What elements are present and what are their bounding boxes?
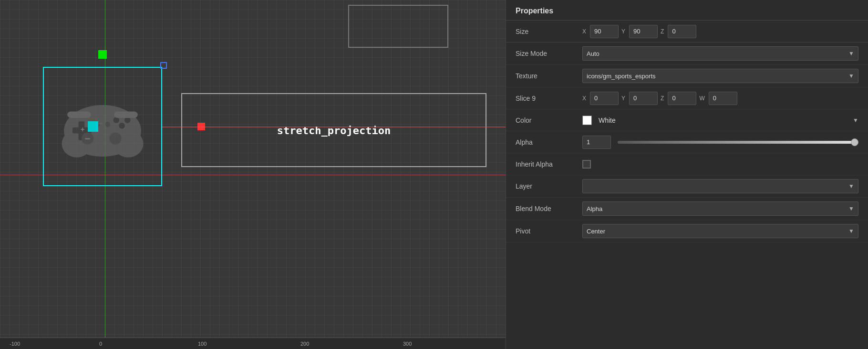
ruler-label-neg100: -100 <box>10 341 20 347</box>
size-mode-row: Size Mode Auto ▼ <box>506 42 868 65</box>
slice9-z-label: Z <box>661 95 664 102</box>
slice9-z-input[interactable] <box>668 92 696 105</box>
alpha-slider[interactable] <box>618 141 855 144</box>
slice9-x-label: X <box>582 95 586 102</box>
pivot-dropdown-text: Center <box>587 228 605 235</box>
blend-mode-arrow: ▼ <box>848 205 854 212</box>
properties-panel: Properties Size X Y Z Size Mode Auto ▼ T… <box>506 0 868 349</box>
handle-blue-topright[interactable] <box>160 62 167 69</box>
pivot-arrow: ▼ <box>848 228 854 234</box>
y-axis-label: Y <box>621 28 625 35</box>
ruler-label-300: 300 <box>403 341 412 347</box>
blend-mode-value: Alpha ▼ <box>582 201 858 216</box>
sprite-selection-box <box>43 67 162 186</box>
stretch-projection-label: stretch_projection <box>277 124 391 136</box>
size-z-input[interactable] <box>668 25 696 38</box>
inherit-alpha-label: Inherit Alpha <box>516 160 582 168</box>
canvas-area[interactable]: stretch_projection + <box>0 0 506 349</box>
layer-row: Layer ▼ <box>506 175 868 198</box>
z-axis-label: Z <box>661 28 664 35</box>
color-value: White ▼ <box>582 116 858 125</box>
size-mode-arrow: ▼ <box>848 50 854 57</box>
inherit-alpha-value <box>582 160 858 169</box>
ruler-label-100: 100 <box>198 341 207 347</box>
pivot-value: Center ▼ <box>582 224 858 238</box>
top-rect <box>348 5 448 48</box>
texture-row: Texture icons/gm_sports_esports ▼ <box>506 65 868 87</box>
size-mode-dropdown[interactable]: Auto ▼ <box>582 46 858 61</box>
slice9-row: Slice 9 X Y Z W <box>506 87 868 109</box>
color-name: White <box>599 116 850 124</box>
layer-arrow: ▼ <box>848 183 854 190</box>
size-mode-label: Size Mode <box>516 50 582 57</box>
ruler-bottom: -100 0 100 200 300 <box>0 338 506 349</box>
pivot-row: Pivot Center ▼ <box>506 220 868 243</box>
slice9-value: X Y Z W <box>582 92 858 105</box>
red-axis-line <box>162 127 506 127</box>
color-dropdown-arrow: ▼ <box>853 117 858 124</box>
texture-value: icons/gm_sports_esports ▼ <box>582 69 858 83</box>
slice9-y-input[interactable] <box>629 92 658 105</box>
size-y-input[interactable] <box>629 25 658 38</box>
alpha-value <box>582 136 858 149</box>
slice9-label: Slice 9 <box>516 95 582 102</box>
slice9-w-input[interactable] <box>709 92 737 105</box>
slice9-y-label: Y <box>621 95 625 102</box>
pivot-dropdown[interactable]: Center ▼ <box>582 224 858 238</box>
blend-mode-dropdown-text: Alpha <box>587 205 602 212</box>
layer-label: Layer <box>516 182 582 190</box>
color-swatch[interactable] <box>582 116 592 125</box>
size-mode-value: Auto ▼ <box>582 46 858 61</box>
inherit-alpha-checkbox[interactable] <box>582 160 591 169</box>
inherit-alpha-row: Inherit Alpha <box>506 153 868 175</box>
alpha-slider-thumb[interactable] <box>851 138 858 146</box>
size-mode-dropdown-text: Auto <box>587 50 599 57</box>
layer-value: ▼ <box>582 179 858 193</box>
alpha-input[interactable] <box>582 136 611 149</box>
x-axis-label: X <box>582 28 586 35</box>
texture-label: Texture <box>516 72 582 80</box>
texture-arrow: ▼ <box>848 73 854 79</box>
size-x-input[interactable] <box>590 25 619 38</box>
texture-dropdown-text: icons/gm_sports_esports <box>587 73 656 80</box>
size-row: Size X Y Z <box>506 21 868 42</box>
size-value: X Y Z <box>582 25 858 38</box>
blend-mode-row: Blend Mode Alpha ▼ <box>506 198 868 220</box>
alpha-label: Alpha <box>516 138 582 146</box>
layer-dropdown[interactable]: ▼ <box>582 179 858 193</box>
ruler-label-0: 0 <box>99 341 102 347</box>
handle-green-top[interactable] <box>98 50 107 59</box>
pivot-label: Pivot <box>516 227 582 235</box>
stretch-projection-box: stretch_projection <box>181 93 486 167</box>
panel-title: Properties <box>506 0 868 21</box>
blend-mode-label: Blend Mode <box>516 205 582 212</box>
handle-cyan-center[interactable] <box>88 121 98 132</box>
sprite-node[interactable]: + <box>43 67 162 186</box>
texture-dropdown[interactable]: icons/gm_sports_esports ▼ <box>582 69 858 83</box>
color-label: Color <box>516 116 582 124</box>
slice9-x-input[interactable] <box>590 92 619 105</box>
slice9-w-label: W <box>699 95 704 102</box>
alpha-row: Alpha <box>506 131 868 153</box>
size-label: Size <box>516 28 582 35</box>
ruler-label-200: 200 <box>300 341 309 347</box>
color-row: Color White ▼ <box>506 109 868 131</box>
blend-mode-dropdown[interactable]: Alpha ▼ <box>582 201 858 216</box>
